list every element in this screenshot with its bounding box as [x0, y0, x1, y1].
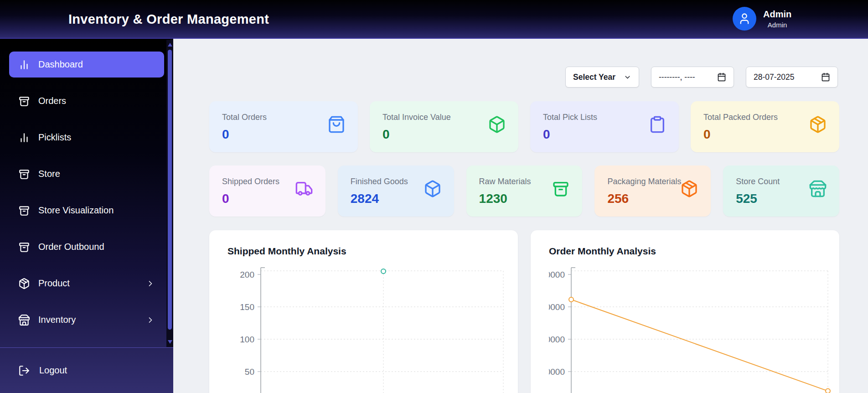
chart-title-order: Order Monthly Analysis: [549, 246, 839, 257]
sidebar-item-label: Store: [38, 169, 60, 179]
sidebar-item-store[interactable]: Store: [9, 161, 164, 187]
svg-text:80000: 80000: [549, 270, 565, 279]
package-icon: [18, 278, 30, 290]
sidebar-item-picklists[interactable]: Picklists: [9, 124, 164, 150]
stat-card-shipped-orders: Shipped Orders0: [209, 165, 326, 217]
user-icon: [738, 12, 751, 25]
box-icon: [424, 180, 442, 198]
order-monthly-card: Order Monthly Analysis 80000600004000020…: [531, 230, 839, 393]
sidebar-scrollbar-thumb[interactable]: [168, 50, 172, 330]
sidebar-nav: DashboardOrdersPicklistsStoreStore Visua…: [0, 39, 173, 333]
stat-value: 0: [543, 127, 666, 142]
archive-icon: [18, 205, 30, 217]
stat-value: 0: [222, 127, 345, 142]
stat-label: Total Packed Orders: [703, 113, 827, 122]
avatar: [733, 7, 756, 31]
month-picker-value: --------, ----: [659, 72, 695, 82]
sidebar-item-label: Product: [38, 278, 70, 289]
shipped-monthly-card: Shipped Monthly Analysis 20015010050: [209, 230, 518, 393]
chevron-right-icon: [146, 315, 155, 325]
order-monthly-chart: 80000600004000020000: [549, 264, 834, 393]
package-icon: [680, 180, 698, 198]
charts-row: Shipped Monthly Analysis 20015010050 Ord…: [209, 230, 839, 393]
calendar-icon: [717, 72, 726, 82]
bar-chart-icon: [18, 132, 30, 144]
scroll-up-arrow-icon[interactable]: [168, 43, 172, 47]
sidebar-item-store-visualization[interactable]: Store Visualization: [9, 197, 164, 223]
stats-row-1: Total Orders0Total Invoice Value0Total P…: [209, 101, 839, 152]
sidebar-item-label: Picklists: [38, 132, 71, 143]
archive-icon: [18, 241, 30, 253]
stat-card-raw-materials: Raw Materials1230: [466, 165, 583, 217]
chart-title-shipped: Shipped Monthly Analysis: [227, 246, 518, 257]
stat-label: Total Invoice Value: [382, 113, 506, 122]
stat-value: 0: [382, 127, 506, 142]
svg-text:200: 200: [240, 270, 254, 279]
store-icon: [18, 314, 30, 326]
app-header: Inventory & Order Management Admin Admin: [0, 0, 868, 39]
stat-card-packaging-materials: Packaging Materials256: [594, 165, 711, 217]
clipboard-icon: [648, 115, 666, 134]
svg-text:50: 50: [245, 367, 254, 377]
stat-card-total-invoice-value: Total Invoice Value0: [370, 101, 518, 152]
stat-card-total-orders: Total Orders0: [209, 101, 358, 152]
stat-label: Total Orders: [222, 113, 345, 122]
logout-icon: [18, 365, 30, 377]
date-picker-input[interactable]: 28-07-2025: [746, 67, 838, 88]
sidebar-item-inventory[interactable]: Inventory: [9, 307, 164, 333]
stat-card-total-pick-lists: Total Pick Lists0: [530, 101, 679, 152]
box-icon: [488, 115, 506, 134]
archive-icon: [552, 180, 570, 198]
year-select[interactable]: Select Year: [565, 67, 639, 88]
stat-value: 0: [703, 127, 827, 142]
sidebar-item-order-outbound[interactable]: Order Outbound: [9, 234, 164, 260]
sidebar-scrollbar[interactable]: [166, 40, 173, 347]
bar-chart-icon: [18, 59, 30, 71]
sidebar-item-label: Store Visualization: [38, 205, 114, 216]
svg-text:40000: 40000: [549, 335, 565, 344]
shipped-monthly-chart: 20015010050: [227, 264, 511, 393]
svg-text:60000: 60000: [549, 302, 565, 312]
calendar-icon: [821, 72, 830, 82]
package-icon: [809, 115, 827, 134]
main-content: Select Year --------, ---- 28-07-2025 To…: [173, 39, 868, 393]
sidebar-item-label: Order Outbound: [38, 242, 104, 252]
year-select-value: Select Year: [573, 72, 615, 82]
stat-card-finished-goods: Finished Goods2824: [338, 165, 454, 217]
svg-text:100: 100: [240, 335, 254, 344]
chevron-down-icon: [624, 73, 631, 81]
sidebar-item-product[interactable]: Product: [9, 270, 164, 296]
month-picker-input[interactable]: --------, ----: [651, 67, 734, 88]
user-text: Admin Admin: [763, 9, 791, 29]
logout-label: Logout: [39, 365, 67, 376]
chevron-right-icon: [146, 279, 155, 288]
sidebar-item-dashboard[interactable]: Dashboard: [9, 52, 164, 78]
stats-row-2: Shipped Orders0Finished Goods2824Raw Mat…: [209, 165, 839, 217]
stat-card-store-count: Store Count525: [723, 165, 839, 217]
truck-icon: [295, 180, 313, 198]
sidebar-item-logout[interactable]: Logout: [0, 347, 173, 393]
app-title: Inventory & Order Management: [68, 11, 269, 26]
filters-bar: Select Year --------, ---- 28-07-2025: [565, 67, 838, 88]
user-menu[interactable]: Admin Admin: [733, 7, 791, 31]
stat-card-total-packed-orders: Total Packed Orders0: [691, 101, 839, 152]
svg-text:150: 150: [240, 302, 254, 312]
stat-label: Total Pick Lists: [543, 113, 666, 122]
scroll-down-arrow-icon[interactable]: [168, 340, 172, 344]
user-role: Admin: [763, 21, 791, 29]
sidebar-item-orders[interactable]: Orders: [9, 88, 164, 114]
archive-icon: [18, 95, 30, 107]
store-icon: [809, 180, 827, 198]
sidebar-item-label: Dashboard: [38, 59, 83, 70]
sidebar-item-label: Orders: [38, 96, 66, 106]
user-name: Admin: [763, 9, 791, 20]
sidebar: DashboardOrdersPicklistsStoreStore Visua…: [0, 39, 173, 393]
archive-icon: [18, 168, 30, 180]
shopping-bag-icon: [327, 115, 346, 134]
svg-text:20000: 20000: [549, 367, 565, 377]
date-picker-value: 28-07-2025: [754, 72, 795, 82]
sidebar-item-label: Inventory: [38, 315, 76, 325]
